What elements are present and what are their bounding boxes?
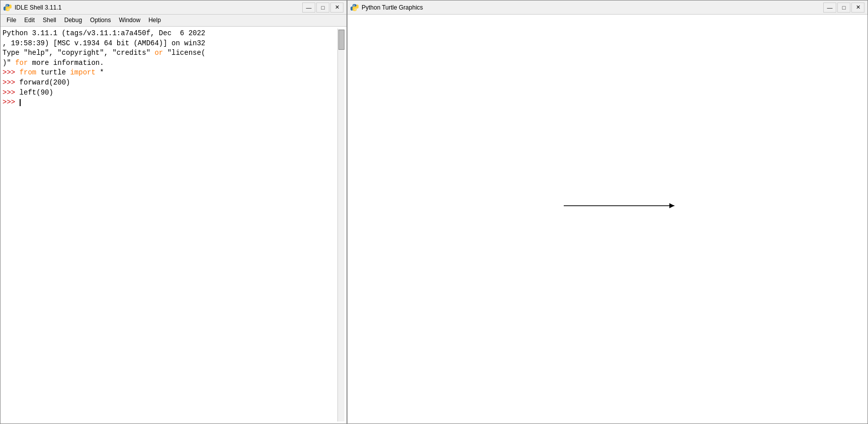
menu-edit[interactable]: Edit: [20, 16, 39, 25]
keyword-from: from: [20, 68, 37, 76]
prompt-1: >>>: [3, 68, 15, 76]
banner-line3c: more information.: [28, 59, 104, 67]
shell-text-area[interactable]: Python 3.11.1 (tags/v3.11.1:a7a450f, Dec…: [3, 29, 337, 421]
turtle-icon: [351, 4, 359, 12]
turtle-drawing: [348, 15, 867, 423]
idle-scrollbar[interactable]: [337, 29, 344, 421]
turtle-graphics-window: Python Turtle Graphics — □ ✕: [347, 0, 868, 424]
turtle-close-btn[interactable]: ✕: [851, 3, 864, 13]
turtle-maximize-btn[interactable]: □: [837, 3, 850, 13]
cursor: [20, 99, 21, 106]
line1-space: [15, 68, 19, 76]
line2-code: forward(200): [15, 78, 70, 87]
idle-title: IDLE Shell 3.11.1: [15, 4, 61, 11]
idle-shell-content[interactable]: Python 3.11.1 (tags/v3.11.1:a7a450f, Dec…: [1, 27, 346, 423]
banner-for: for: [15, 59, 28, 67]
prompt-2: >>>: [3, 78, 15, 87]
turtle-title: Python Turtle Graphics: [362, 4, 423, 11]
prompt-3: >>>: [3, 89, 15, 97]
menu-window[interactable]: Window: [115, 16, 144, 25]
idle-minimize-btn[interactable]: —: [302, 3, 315, 13]
turtle-titlebar: Python Turtle Graphics — □ ✕: [348, 1, 867, 15]
turtle-arrow: [669, 203, 674, 208]
line1-turtle: turtle: [36, 68, 70, 76]
idle-titlebar-controls: — □ ✕: [302, 3, 343, 13]
banner-or: or: [154, 49, 163, 57]
turtle-titlebar-left: Python Turtle Graphics: [351, 4, 423, 12]
turtle-minimize-btn[interactable]: —: [823, 3, 836, 13]
idle-maximize-btn[interactable]: □: [316, 3, 329, 13]
line3-code: left(90): [15, 89, 53, 97]
turtle-titlebar-controls: — □ ✕: [823, 3, 864, 13]
idle-close-btn[interactable]: ✕: [330, 3, 343, 13]
menu-debug[interactable]: Debug: [60, 16, 86, 25]
menu-options[interactable]: Options: [86, 16, 115, 25]
menu-shell[interactable]: Shell: [39, 16, 60, 25]
titlebar-left: IDLE Shell 3.11.1: [4, 4, 61, 12]
idle-icon: [4, 4, 12, 12]
turtle-canvas[interactable]: [348, 15, 867, 423]
idle-titlebar: IDLE Shell 3.11.1 — □ ✕: [1, 1, 346, 15]
idle-scrollbar-thumb[interactable]: [338, 30, 344, 50]
menu-file[interactable]: File: [3, 16, 20, 25]
menu-help[interactable]: Help: [144, 16, 165, 25]
keyword-import: import: [70, 68, 95, 76]
idle-shell-window: IDLE Shell 3.11.1 — □ ✕ File Edit Shell …: [0, 0, 347, 424]
line4-space: [15, 98, 20, 106]
prompt-4: >>>: [3, 98, 15, 106]
idle-menubar: File Edit Shell Debug Options Window Hel…: [1, 15, 346, 27]
line1-star: *: [96, 68, 104, 76]
